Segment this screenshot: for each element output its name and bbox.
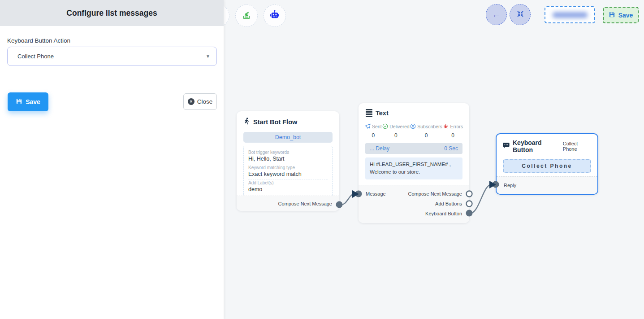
node-start-bot-flow[interactable]: Start Bot Flow Demo_bot Bot trigger keyw… — [237, 111, 339, 211]
start-node-footer: Compose Next Message — [237, 196, 339, 211]
save-button-label: Save — [26, 98, 40, 105]
redacted-text — [553, 12, 588, 18]
stat-value: 0 — [382, 132, 409, 139]
save-icon — [16, 98, 22, 106]
field-row: Add Label(s) demo — [248, 179, 328, 194]
stat-value: 0 — [410, 132, 442, 139]
bot-name-pill[interactable]: Demo_bot — [243, 132, 333, 143]
page-title: Configure list messages — [66, 9, 157, 18]
keyboard-action-select[interactable]: Collect Phone ▼ — [7, 47, 217, 66]
edge-text-to-keyboard — [469, 184, 493, 213]
field-row: Keyword matching type Exact keyword matc… — [248, 164, 328, 179]
chevron-down-icon: ▼ — [206, 54, 210, 59]
stat-label: Sent — [372, 124, 382, 129]
redacted-button[interactable] — [545, 6, 595, 23]
hamburger-icon — [366, 109, 372, 117]
node-keyboard-button[interactable]: Keyboard Button Collect Phone Collect Ph… — [496, 133, 598, 195]
walking-person-icon — [244, 118, 250, 127]
sent-icon — [365, 123, 371, 130]
edge-arrowhead — [489, 181, 496, 188]
text-output-label: Add Buttons — [435, 201, 462, 206]
delay-label: ... Delay — [370, 145, 389, 152]
field-label: Bot trigger keywords — [248, 150, 328, 155]
delay-setting[interactable]: ... Delay 0 Sec — [365, 143, 462, 154]
field-label: Add Label(s) — [248, 180, 328, 185]
text-node-footer: Message Compose Next Message Add Buttons… — [359, 185, 469, 223]
stat-label: Errors — [450, 124, 463, 129]
field-value: demo — [248, 186, 328, 192]
back-button[interactable]: ← — [486, 4, 507, 25]
text-node-stats: Sent 0 Delivered 0 Subscribers — [359, 121, 469, 139]
arrow-left-icon: ← — [492, 10, 501, 19]
keyboard-node-header: Keyboard Button Collect Phone — [497, 134, 597, 157]
select-value: Collect Phone — [17, 53, 206, 60]
save-icon — [609, 11, 615, 19]
bot-icon — [269, 9, 280, 22]
flow-builder-app: ← Save — [0, 0, 644, 319]
delay-value: 0 Sec — [444, 145, 458, 152]
close-icon: ✕ — [188, 98, 194, 105]
field-value: Hi, Hello, Start — [248, 156, 328, 162]
stat-subscribers: Subscribers 0 — [410, 123, 442, 139]
close-button-label: Close — [197, 98, 213, 105]
edge-start-to-text — [339, 194, 355, 205]
text-node-header: Text — [359, 103, 469, 121]
start-node-fields[interactable]: Bot trigger keywords Hi, Hello, Start Ke… — [243, 146, 333, 198]
keyboard-action-label: Collect Phone — [563, 141, 591, 152]
field-label: Keyword matching type — [248, 165, 328, 170]
stat-errors: Errors 0 — [443, 123, 463, 139]
text-input-label: Message — [366, 191, 386, 197]
stat-value: 0 — [443, 132, 463, 139]
edge-arrowhead — [352, 190, 359, 198]
start-node-title: Start Bot Flow — [253, 118, 297, 126]
start-node-header: Start Bot Flow — [237, 111, 339, 131]
queue-stack-icon — [242, 10, 251, 22]
start-output-label: Compose Next Message — [278, 201, 332, 206]
stat-label: Subscribers — [417, 124, 442, 129]
field-row: Bot trigger keywords Hi, Hello, Start — [248, 149, 328, 164]
delivered-icon — [382, 123, 388, 130]
canvas-save-label: Save — [618, 12, 633, 19]
text-output-label: Compose Next Message — [408, 191, 462, 197]
stat-label: Delivered — [389, 124, 409, 129]
message-preview[interactable]: Hi #LEAD_USER_FIRST_NAME# , Welcome to o… — [365, 157, 462, 180]
node-text[interactable]: Text Sent 0 Delivered 0 — [359, 103, 469, 223]
errors-icon — [443, 123, 449, 130]
stat-delivered: Delivered 0 — [382, 123, 409, 139]
save-button[interactable]: Save — [8, 92, 48, 111]
divider — [0, 85, 224, 85]
compress-button[interactable] — [510, 4, 531, 25]
speech-bubble-icon — [503, 142, 510, 150]
config-panel-header: Configure list messages — [0, 0, 224, 26]
subscribers-icon — [410, 123, 416, 130]
config-panel: Configure list messages Keyboard Button … — [0, 0, 224, 319]
bot-button[interactable] — [264, 4, 286, 27]
stat-value: 0 — [365, 132, 382, 139]
text-node-title: Text — [376, 109, 389, 117]
keyboard-input-label: Reply — [504, 183, 516, 188]
keyboard-node-title: Keyboard Button — [513, 139, 560, 153]
field-value: Exact keyword match — [248, 171, 328, 177]
keyboard-node-footer: Reply — [497, 176, 597, 194]
stat-sent: Sent 0 — [365, 123, 382, 139]
canvas-save-button[interactable]: Save — [603, 7, 639, 23]
close-button[interactable]: ✕ Close — [183, 93, 217, 110]
queue-stack-button[interactable] — [235, 4, 258, 27]
keyboard-action-field-label: Keyboard Button Action — [7, 37, 70, 44]
keyboard-button-chip[interactable]: Collect Phone — [503, 159, 591, 173]
text-output-label: Keyboard Button — [425, 211, 462, 216]
compress-icon — [517, 10, 524, 19]
